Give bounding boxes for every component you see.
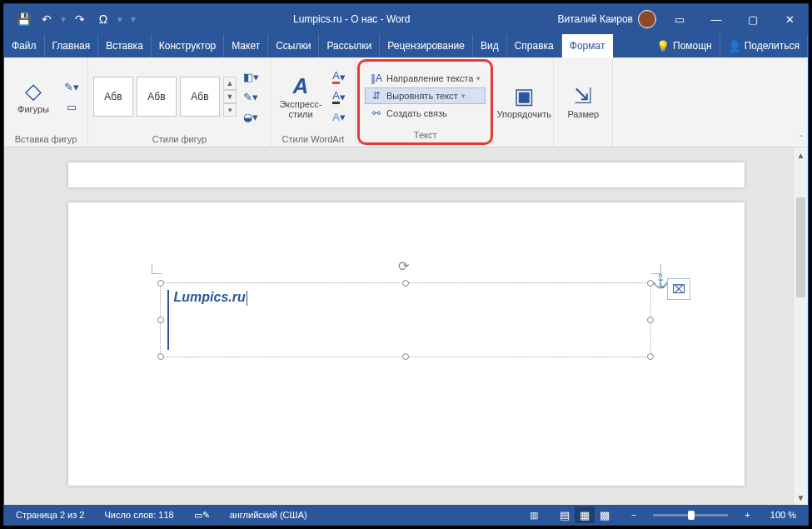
status-bar: Страница 2 из 2 Число слов: 118 ▭✎ англи… bbox=[4, 505, 808, 525]
zoom-thumb[interactable] bbox=[688, 511, 695, 520]
group-label: Стили фигур bbox=[93, 132, 266, 147]
collapse-ribbon-icon[interactable]: ˆ bbox=[800, 134, 803, 144]
arrange-button[interactable]: ▣ Упорядочить bbox=[500, 72, 548, 132]
group-arrange: ▣ Упорядочить bbox=[495, 57, 554, 147]
resize-handle[interactable] bbox=[157, 353, 164, 360]
close-icon[interactable]: ✕ bbox=[771, 4, 808, 34]
window-title: Lumpics.ru - О нас - Word bbox=[146, 13, 557, 25]
tab-layout[interactable]: Макет bbox=[224, 34, 268, 57]
tab-review[interactable]: Рецензирование bbox=[380, 34, 473, 57]
user-section[interactable]: Виталий Каиров bbox=[557, 10, 661, 28]
anchor-icon: ⚓ bbox=[652, 273, 669, 289]
gallery-more-icon[interactable]: ▾ bbox=[223, 103, 237, 117]
zoom-in-icon[interactable]: + bbox=[741, 510, 753, 520]
style-item[interactable]: Абв bbox=[93, 77, 133, 117]
resize-handle[interactable] bbox=[157, 317, 164, 323]
minimize-icon[interactable]: — bbox=[698, 4, 735, 34]
tab-help[interactable]: Справка bbox=[507, 34, 562, 57]
undo-icon[interactable]: ↶ bbox=[36, 8, 57, 30]
spellcheck-icon[interactable]: ▭✎ bbox=[191, 510, 213, 521]
text-cursor bbox=[247, 291, 247, 306]
layout-options-button[interactable]: ⌧ bbox=[667, 278, 690, 300]
text-effects-icon[interactable]: A▾ bbox=[328, 107, 350, 126]
text-direction-button[interactable]: ‖A Направление текста▾ bbox=[365, 70, 486, 87]
print-layout-icon[interactable]: ▦ bbox=[575, 507, 595, 523]
group-label: Вставка фигур bbox=[9, 132, 82, 147]
tab-design[interactable]: Конструктор bbox=[152, 34, 224, 57]
document-area: ⟳ ⚓ ⌧ Lumpics.ru ▲ ▼ bbox=[4, 147, 808, 505]
wordart-icon: A bbox=[293, 74, 309, 98]
create-link-button[interactable]: ⚯ Создать связь bbox=[365, 105, 486, 122]
rotate-handle-icon[interactable]: ⟳ bbox=[398, 258, 413, 273]
zoom-level[interactable]: 100 % bbox=[767, 510, 800, 520]
textbox-content[interactable]: Lumpics.ru bbox=[167, 290, 644, 350]
share-button[interactable]: 👤Поделиться bbox=[720, 34, 808, 57]
text-direction-icon: ‖A bbox=[370, 72, 383, 84]
group-insert-shapes: ◇ Фигуры ✎▾ ▭ Вставка фигур bbox=[4, 57, 88, 147]
size-icon: ⇲ bbox=[574, 84, 592, 108]
tab-mailings[interactable]: Рассылки bbox=[319, 34, 380, 57]
save-icon[interactable]: 💾 bbox=[12, 8, 34, 30]
align-text-button[interactable]: ⇵ Выровнять текст▾ bbox=[365, 87, 486, 104]
resize-handle[interactable] bbox=[402, 280, 409, 287]
app-window: 💾 ↶ ▾ ↷ Ω ▾ ▾ Lumpics.ru - О нас - Word … bbox=[3, 3, 809, 526]
word-count[interactable]: Число слов: 118 bbox=[101, 510, 177, 520]
scroll-up-icon[interactable]: ▲ bbox=[794, 147, 808, 162]
style-item[interactable]: Абв bbox=[137, 77, 177, 117]
ribbon-tabs: Файл Главная Вставка Конструктор Макет С… bbox=[4, 34, 808, 57]
tab-insert[interactable]: Вставка bbox=[98, 34, 152, 57]
maximize-icon[interactable]: ▢ bbox=[735, 4, 771, 34]
tab-view[interactable]: Вид bbox=[473, 34, 507, 57]
align-text-icon: ⇵ bbox=[370, 90, 383, 102]
resize-handle[interactable] bbox=[402, 353, 409, 360]
scroll-down-icon[interactable]: ▼ bbox=[794, 490, 808, 505]
title-bar: 💾 ↶ ▾ ↷ Ω ▾ ▾ Lumpics.ru - О нас - Word … bbox=[4, 4, 808, 34]
tell-me-button[interactable]: 💡Помощн bbox=[649, 34, 720, 57]
read-mode-icon[interactable]: ▤ bbox=[555, 507, 575, 523]
resize-handle[interactable] bbox=[647, 353, 654, 360]
web-layout-icon[interactable]: ▩ bbox=[595, 507, 615, 523]
group-size: ⇲ Размер bbox=[554, 57, 613, 147]
resize-handle[interactable] bbox=[157, 280, 164, 287]
display-settings-icon[interactable]: ▥ bbox=[526, 510, 541, 521]
ribbon-options-icon[interactable]: ▭ bbox=[661, 4, 698, 34]
style-item[interactable]: Абв bbox=[180, 77, 220, 117]
share-icon: 👤 bbox=[728, 40, 741, 52]
shapes-button[interactable]: ◇ Фигуры bbox=[9, 67, 57, 127]
link-icon: ⚯ bbox=[370, 107, 383, 119]
textbox-icon[interactable]: ▭ bbox=[61, 97, 82, 116]
text-outline-icon[interactable]: A▾ bbox=[328, 87, 350, 106]
vertical-scrollbar[interactable]: ▲ ▼ bbox=[793, 147, 808, 505]
tab-file[interactable]: Файл bbox=[4, 34, 45, 57]
zoom-slider[interactable] bbox=[653, 514, 728, 517]
tab-format[interactable]: Формат bbox=[562, 34, 614, 57]
ribbon: ◇ Фигуры ✎▾ ▭ Вставка фигур Абв Абв Абв … bbox=[4, 57, 808, 147]
wordart-quick-styles-button[interactable]: A Экспресс-стили bbox=[276, 67, 325, 127]
avatar[interactable] bbox=[638, 10, 656, 28]
text-fill-icon[interactable]: A▾ bbox=[328, 67, 350, 86]
group-shape-styles: Абв Абв Абв ▲ ▼ ▾ ◧▾ ✎▾ ◒▾ Стили фигур bbox=[88, 57, 271, 147]
page[interactable]: ⟳ ⚓ ⌧ Lumpics.ru bbox=[68, 202, 745, 486]
resize-handle[interactable] bbox=[647, 317, 654, 323]
redo-icon[interactable]: ↷ bbox=[69, 8, 91, 30]
gallery-down-icon[interactable]: ▼ bbox=[223, 90, 237, 103]
page-indicator[interactable]: Страница 2 из 2 bbox=[12, 510, 87, 520]
gallery-up-icon[interactable]: ▲ bbox=[223, 77, 237, 90]
shape-fill-icon[interactable]: ◧▾ bbox=[240, 67, 262, 86]
shape-outline-icon[interactable]: ✎▾ bbox=[240, 87, 262, 106]
shape-style-gallery[interactable]: Абв Абв Абв ▲ ▼ ▾ bbox=[93, 77, 237, 117]
shape-effects-icon[interactable]: ◒▾ bbox=[240, 107, 262, 126]
tab-references[interactable]: Ссылки bbox=[268, 34, 319, 57]
edit-shape-icon[interactable]: ✎▾ bbox=[61, 77, 82, 96]
resize-handle[interactable] bbox=[647, 280, 654, 287]
language-indicator[interactable]: английский (США) bbox=[227, 510, 311, 520]
scroll-thumb[interactable] bbox=[796, 197, 805, 297]
page-previous-bottom bbox=[68, 162, 745, 187]
textbox-selected[interactable]: ⟳ ⚓ ⌧ Lumpics.ru bbox=[160, 282, 651, 357]
symbol-icon[interactable]: Ω bbox=[92, 8, 114, 30]
zoom-out-icon[interactable]: − bbox=[628, 510, 640, 520]
group-label: Стили WordArt bbox=[276, 132, 350, 147]
tab-home[interactable]: Главная bbox=[45, 34, 99, 57]
group-wordart-styles: A Экспресс-стили A▾ A▾ A▾ Стили WordArt bbox=[271, 57, 356, 147]
size-button[interactable]: ⇲ Размер bbox=[559, 72, 607, 132]
